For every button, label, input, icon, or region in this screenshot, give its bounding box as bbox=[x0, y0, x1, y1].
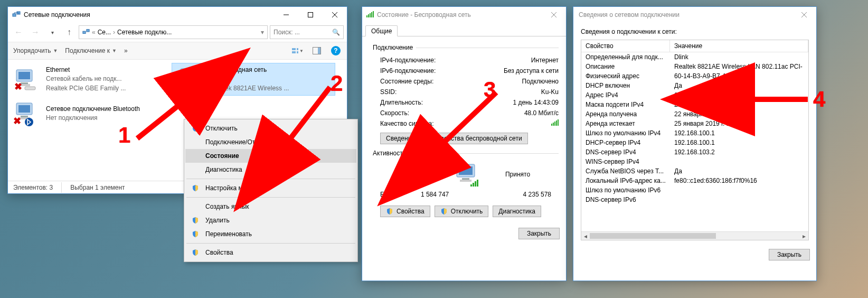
preview-pane-button[interactable] bbox=[311, 45, 323, 57]
svg-rect-16 bbox=[25, 87, 35, 90]
table-row[interactable]: Служба NetBIOS через T...Да bbox=[581, 166, 808, 176]
table-row[interactable]: Шлюз по умолчанию IPv4192.168.100.1 bbox=[581, 128, 808, 138]
menu-disable[interactable]: Отключить bbox=[185, 122, 356, 135]
close-button[interactable] bbox=[323, 7, 347, 23]
scroll-thumb[interactable] bbox=[590, 233, 716, 239]
table-row[interactable]: Маска подсети IPv4255.255.255.0 bbox=[581, 100, 808, 109]
svg-rect-21 bbox=[180, 89, 181, 91]
network-icon bbox=[82, 28, 90, 37]
titlebar[interactable]: Сведения о сетевом подключении bbox=[573, 7, 816, 23]
connection-name: Беспроводная сеть bbox=[210, 66, 289, 74]
nav-forward-button: → bbox=[28, 25, 43, 40]
label-bytes: Байт: bbox=[380, 190, 396, 199]
view-options-button[interactable]: ▼ bbox=[292, 45, 304, 57]
table-row[interactable]: Локальный IPv6-адрес ка...fe80::c1ed:636… bbox=[581, 176, 808, 185]
svg-rect-27 bbox=[21, 116, 28, 117]
connection-wifi[interactable]: Беспроводная сеть Ku-Ku Realtek 8821AE W… bbox=[172, 63, 335, 96]
properties-button[interactable]: Свойства bbox=[380, 206, 430, 217]
address-bar[interactable]: « Се... › Сетевые подклю... ▾ bbox=[79, 25, 268, 39]
table-row[interactable]: DHCP включенДа bbox=[581, 81, 808, 90]
cell-value: 192.168.100.1 bbox=[670, 128, 808, 138]
connection-ethernet[interactable]: ✖ Ethernet Сетевой кабель не подк... Rea… bbox=[8, 63, 172, 96]
search-icon: 🔍 bbox=[332, 29, 340, 36]
search-input[interactable]: Поиск: ... 🔍 bbox=[270, 25, 344, 39]
minimize-button[interactable] bbox=[274, 7, 298, 23]
scroll-right-icon[interactable]: ▸ bbox=[800, 232, 808, 240]
svg-rect-19 bbox=[185, 81, 192, 83]
nav-up-button[interactable]: ↑ bbox=[62, 25, 77, 40]
close-button[interactable] bbox=[792, 7, 816, 23]
connection-name: Сетевое подключение Bluetooth bbox=[46, 105, 140, 114]
table-row[interactable]: Аренда получена22 января 2019 г. 22:23:3… bbox=[581, 109, 808, 119]
help-button[interactable]: ? bbox=[330, 45, 342, 57]
details-button[interactable]: Сведения... bbox=[380, 133, 426, 144]
toolbar-more[interactable]: » bbox=[124, 47, 128, 54]
toolbar: Упорядочить ▼ Подключение к ▼ » ▼ ? bbox=[8, 42, 347, 60]
table-row[interactable]: Определенный для подк...Dlink bbox=[581, 52, 808, 62]
group-connection: Подключение bbox=[373, 44, 413, 51]
table-row[interactable]: DHCP-сервер IPv4192.168.100.1 bbox=[581, 138, 808, 147]
close-button[interactable]: Закрыть bbox=[518, 228, 560, 239]
menu-connect[interactable]: Подключение/Отключение bbox=[185, 135, 356, 149]
col-property[interactable]: Свойство bbox=[581, 40, 670, 52]
breadcrumb-item[interactable]: Се... bbox=[98, 29, 111, 36]
cell-property: DNS-сервер IPv6 bbox=[581, 195, 670, 204]
svg-rect-33 bbox=[462, 178, 469, 180]
titlebar[interactable]: Сетевые подключения bbox=[8, 7, 347, 23]
col-value[interactable]: Значение bbox=[670, 40, 808, 52]
tab-general[interactable]: Общие bbox=[365, 25, 398, 36]
table-row[interactable]: DNS-сервер IPv4192.168.103.2 bbox=[581, 147, 808, 157]
menu-rename[interactable]: Переименовать bbox=[185, 227, 356, 241]
chevron-down-icon[interactable]: ▾ bbox=[261, 29, 264, 36]
nav-recent-button[interactable]: ▾ bbox=[45, 25, 60, 40]
table-row[interactable]: Физический адрес60-14-B3-A9-B7-A9 bbox=[581, 71, 808, 81]
status-count: Элементов: 3 bbox=[13, 184, 53, 191]
titlebar[interactable]: Состояние - Беспроводная сеть bbox=[362, 7, 566, 23]
menu-properties[interactable]: Свойства bbox=[185, 246, 356, 259]
table-row[interactable]: WINS-сервер IPv4 bbox=[581, 157, 808, 166]
cell-value: 255.255.255.0 bbox=[670, 100, 808, 109]
wireless-properties-button[interactable]: Свойства беспроводной сети bbox=[430, 133, 528, 144]
table-row[interactable]: Аренда истекает25 января 2019 г. 12:49:3… bbox=[581, 119, 808, 128]
connect-to-menu[interactable]: Подключение к ▼ bbox=[65, 47, 117, 54]
cell-property: Аренда истекает bbox=[581, 119, 670, 128]
nav-back-button[interactable]: ← bbox=[11, 25, 26, 40]
annotation-3: 3 bbox=[484, 77, 496, 103]
svg-rect-0 bbox=[13, 14, 16, 16]
horizontal-scrollbar[interactable]: ◂ ▸ bbox=[581, 231, 808, 240]
scroll-left-icon[interactable]: ◂ bbox=[581, 232, 590, 240]
value-speed: 48.0 Мбит/с bbox=[524, 108, 559, 118]
close-button[interactable] bbox=[542, 7, 566, 23]
table-row[interactable]: ОписаниеRealtek 8821AE Wireless LAN 802.… bbox=[581, 62, 808, 71]
cell-property: Маска подсети IPv4 bbox=[581, 100, 670, 109]
menu-bridge[interactable]: Настройка моста bbox=[185, 181, 356, 195]
breadcrumb-item[interactable]: Сетевые подклю... bbox=[117, 29, 172, 36]
cell-value: fe80::c1ed:6360:186:f7f0%16 bbox=[670, 176, 808, 185]
connection-status: Нет подключения bbox=[46, 114, 140, 123]
svg-text:✖: ✖ bbox=[14, 81, 22, 92]
label-ipv4: IPv4-подключение: bbox=[380, 55, 436, 65]
value-duration: 1 день 14:43:09 bbox=[513, 98, 559, 107]
menu-diagnose[interactable]: Диагностика bbox=[185, 163, 356, 176]
menu-status[interactable]: Состояние bbox=[185, 149, 356, 163]
svg-rect-34 bbox=[460, 180, 471, 182]
table-header: Свойство Значение bbox=[581, 40, 808, 52]
menu-shortcut[interactable]: Создать ярлык bbox=[185, 200, 356, 213]
table-row[interactable]: Адрес IPv4192.168.100.8 bbox=[581, 90, 808, 100]
close-button[interactable]: Закрыть bbox=[769, 249, 810, 260]
connection-bluetooth[interactable]: ✖ Сетевое подключение Bluetooth Нет подк… bbox=[8, 99, 172, 128]
organize-menu[interactable]: Упорядочить ▼ bbox=[13, 47, 58, 54]
diagnose-button[interactable]: Диагностика bbox=[493, 206, 541, 217]
table-row[interactable]: DNS-сервер IPv6 bbox=[581, 195, 808, 204]
disable-button[interactable]: Отключить bbox=[435, 206, 489, 217]
maximize-button[interactable] bbox=[298, 7, 323, 23]
svg-rect-32 bbox=[459, 166, 473, 175]
svg-rect-3 bbox=[83, 31, 86, 33]
shield-icon bbox=[191, 217, 200, 224]
svg-rect-4 bbox=[87, 29, 89, 31]
table-row[interactable]: Шлюз по умолчанию IPv6 bbox=[581, 185, 808, 195]
cell-property: DNS-сервер IPv4 bbox=[581, 147, 670, 157]
menu-delete[interactable]: Удалить bbox=[185, 213, 356, 227]
tab-strip: Общие bbox=[362, 23, 566, 36]
chevron-left-icon: « bbox=[92, 29, 96, 36]
